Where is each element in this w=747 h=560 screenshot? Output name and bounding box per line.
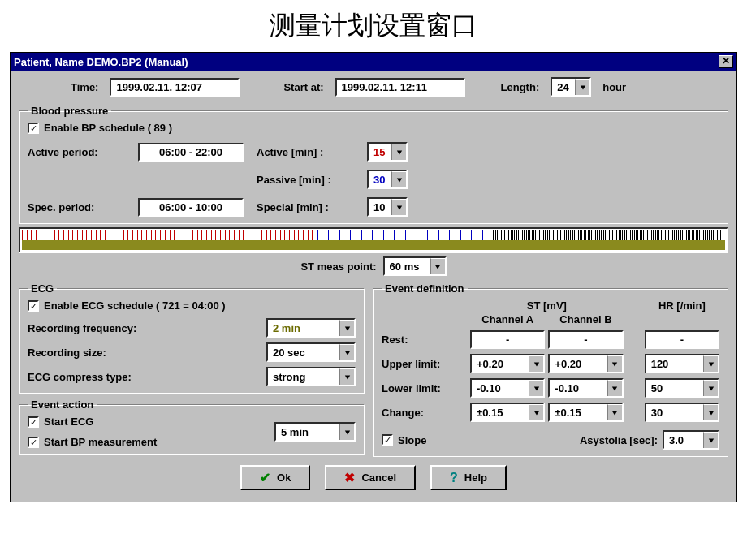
check-icon: ✓ xyxy=(30,124,37,132)
upper-a-select[interactable]: +0.20 xyxy=(470,354,545,373)
page-heading: 测量计划设置窗口 xyxy=(0,0,747,52)
window-title: Patient, Name DEMO.BP2 (Manual) xyxy=(14,56,188,68)
change-hr-select[interactable]: 30 xyxy=(645,403,719,422)
svg-marker-18 xyxy=(708,438,713,442)
chevron-down-icon xyxy=(391,144,406,160)
special-min-select[interactable]: 10 xyxy=(367,197,408,217)
chevron-down-icon xyxy=(339,320,354,336)
schedule-timeline[interactable] xyxy=(19,227,728,253)
change-b-select[interactable]: ±0.15 xyxy=(548,403,623,422)
special-min-label: Special [min] : xyxy=(257,201,354,213)
start-at-label: Start at: xyxy=(283,81,323,93)
chevron-down-icon xyxy=(430,258,445,274)
lower-hr-select[interactable]: 50 xyxy=(645,378,719,398)
svg-marker-10 xyxy=(612,362,617,366)
lower-a-value: -0.10 xyxy=(472,380,529,396)
lower-b-value: -0.10 xyxy=(550,380,607,396)
upper-a-value: +0.20 xyxy=(472,355,529,372)
active-period-label: Active period: xyxy=(28,146,125,158)
cancel-button[interactable]: ✖ Cancel xyxy=(325,465,416,490)
st-meas-select[interactable]: 60 ms xyxy=(383,256,447,276)
active-min-select[interactable]: 15 xyxy=(367,142,408,162)
dialog-window: Patient, Name DEMO.BP2 (Manual) ✕ Time: … xyxy=(10,52,737,502)
active-min-label: Active [min] : xyxy=(257,146,354,158)
passive-min-label: Passive [min] : xyxy=(257,174,354,186)
check-icon: ✓ xyxy=(30,418,37,426)
upper-label: Upper limit: xyxy=(382,358,467,370)
titlebar: Patient, Name DEMO.BP2 (Manual) ✕ xyxy=(11,53,736,71)
compress-label: ECG compress type: xyxy=(28,371,132,383)
slope-label: Slope xyxy=(398,434,426,446)
svg-marker-3 xyxy=(396,205,401,209)
hr-header: HR [/min] xyxy=(645,299,719,312)
svg-marker-8 xyxy=(344,430,349,434)
rest-b-field[interactable]: - xyxy=(548,330,623,349)
event-def-legend: Event definition xyxy=(382,282,468,295)
ok-button[interactable]: ✔ Ok xyxy=(240,465,310,490)
event-duration-value: 5 min xyxy=(276,424,339,440)
time-label: Time: xyxy=(71,81,98,93)
ecg-group: ECG ✓ Enable ECG schedule ( 721 = 04:00 … xyxy=(19,282,365,394)
close-button[interactable]: ✕ xyxy=(719,55,733,68)
slope-checkbox[interactable]: ✓ xyxy=(382,434,393,446)
enable-ecg-checkbox[interactable]: ✓ xyxy=(28,300,39,312)
upper-b-value: +0.20 xyxy=(550,355,607,372)
length-label: Length: xyxy=(501,81,540,93)
chevron-down-icon xyxy=(607,404,622,420)
chevron-down-icon xyxy=(703,404,718,420)
st-meas-value: 60 ms xyxy=(385,258,430,274)
st-header: ST [mV] xyxy=(470,299,624,312)
chevron-down-icon xyxy=(391,171,406,187)
passive-min-select[interactable]: 30 xyxy=(367,170,408,189)
upper-hr-select[interactable]: 120 xyxy=(645,354,719,373)
lower-b-select[interactable]: -0.10 xyxy=(548,378,623,398)
time-field[interactable]: 1999.02.11. 12:07 xyxy=(110,78,240,97)
svg-marker-9 xyxy=(534,362,539,366)
rec-size-value: 20 sec xyxy=(268,344,339,360)
svg-marker-4 xyxy=(435,265,440,269)
help-button[interactable]: ? Help xyxy=(430,465,507,490)
bp-legend: Blood pressure xyxy=(28,105,111,117)
rest-hr-field[interactable]: - xyxy=(645,330,719,349)
event-action-legend: Event action xyxy=(28,398,97,411)
change-b-value: ±0.15 xyxy=(550,404,607,420)
spec-period-field[interactable]: 06:00 - 10:00 xyxy=(138,198,244,217)
svg-marker-17 xyxy=(708,411,713,415)
asystolia-select[interactable]: 3.0 xyxy=(663,430,719,450)
chevron-down-icon xyxy=(529,380,543,396)
svg-marker-5 xyxy=(344,326,349,330)
chevron-down-icon xyxy=(703,380,718,396)
st-meas-label: ST meas point: xyxy=(300,261,376,273)
change-a-select[interactable]: ±0.15 xyxy=(470,403,545,422)
rec-size-label: Recording size: xyxy=(28,347,106,359)
lower-a-select[interactable]: -0.10 xyxy=(470,378,545,398)
change-hr-value: 30 xyxy=(646,404,703,420)
spec-period-label: Spec. period: xyxy=(28,201,125,213)
ok-label: Ok xyxy=(277,472,291,484)
start-ecg-checkbox[interactable]: ✓ xyxy=(28,416,39,428)
upper-b-select[interactable]: +0.20 xyxy=(548,354,623,373)
length-value: 24 xyxy=(552,79,575,95)
svg-marker-15 xyxy=(534,411,539,415)
enable-bp-checkbox[interactable]: ✓ xyxy=(28,123,39,134)
check-green-icon: ✔ xyxy=(260,470,270,485)
special-min-value: 10 xyxy=(369,199,391,215)
compress-value: strong xyxy=(268,368,339,385)
start-at-field[interactable]: 1999.02.11. 12:11 xyxy=(335,78,465,97)
cross-red-icon: ✖ xyxy=(344,470,355,485)
event-definition-group: Event definition ST [mV] HR [/min] Chann… xyxy=(373,282,728,457)
rest-a-field[interactable]: - xyxy=(470,330,545,349)
active-period-field[interactable]: 06:00 - 22:00 xyxy=(138,143,244,162)
event-duration-select[interactable]: 5 min xyxy=(274,422,356,442)
length-select[interactable]: 24 xyxy=(551,77,591,97)
rec-freq-select[interactable]: 2 min xyxy=(266,318,356,338)
rec-size-select[interactable]: 20 sec xyxy=(266,342,356,362)
cancel-label: Cancel xyxy=(361,472,396,484)
svg-marker-13 xyxy=(612,386,617,390)
start-bp-checkbox[interactable]: ✓ xyxy=(28,437,39,448)
compress-select[interactable]: strong xyxy=(266,367,356,386)
active-min-value: 15 xyxy=(369,144,391,160)
chevron-down-icon xyxy=(703,355,718,372)
rec-freq-label: Recording frequency: xyxy=(28,322,136,334)
chevron-down-icon xyxy=(339,368,354,385)
